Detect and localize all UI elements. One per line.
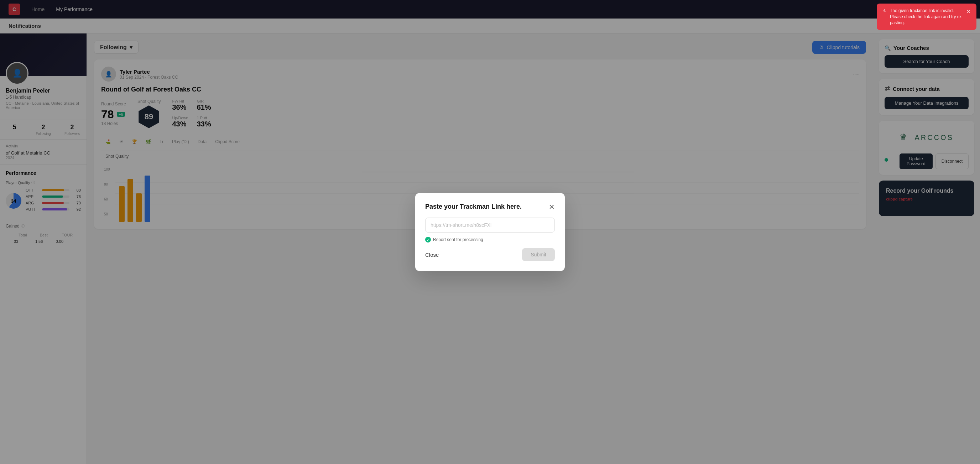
trackman-modal: Paste your Trackman Link here. ✕ ✓ Repor…: [415, 193, 565, 271]
success-checkmark-icon: ✓: [425, 237, 431, 243]
modal-overlay[interactable]: Paste your Trackman Link here. ✕ ✓ Repor…: [0, 0, 980, 464]
modal-actions: Close Submit: [425, 248, 555, 261]
error-banner: ⚠ The given trackman link is invalid. Pl…: [877, 3, 977, 30]
modal-title: Paste your Trackman Link here.: [425, 203, 522, 210]
success-message: ✓ Report sent for processing: [425, 237, 555, 243]
error-close-button[interactable]: ✕: [966, 8, 971, 16]
modal-close-x-button[interactable]: ✕: [549, 203, 555, 210]
error-message: The given trackman link is invalid. Plea…: [890, 8, 963, 25]
success-text: Report sent for processing: [433, 237, 483, 242]
modal-submit-button[interactable]: Submit: [522, 248, 555, 261]
modal-header: Paste your Trackman Link here. ✕: [425, 203, 555, 210]
modal-close-button[interactable]: Close: [425, 252, 439, 258]
warning-icon: ⚠: [883, 8, 886, 14]
trackman-link-input[interactable]: [425, 218, 555, 232]
